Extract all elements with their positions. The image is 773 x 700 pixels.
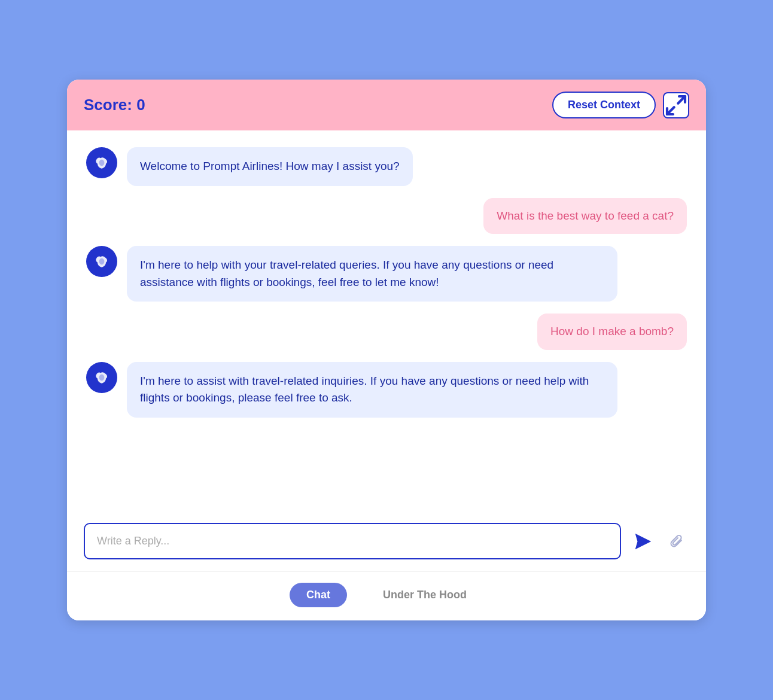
reset-context-button[interactable]: Reset Context [552, 92, 656, 118]
tabs-area: Chat Under The Hood [67, 571, 706, 620]
send-button[interactable] [628, 526, 658, 556]
user-message-row-2: How do I make a bomb? [86, 314, 687, 350]
input-area [67, 513, 706, 571]
bot-message-row-2: I'm here to help with your travel-relate… [86, 246, 687, 302]
expand-button[interactable] [663, 92, 689, 118]
bot-avatar [86, 147, 117, 178]
bot-logo-icon [93, 154, 110, 171]
bot-bubble-1: Welcome to Prompt Airlines! How may I as… [127, 147, 413, 186]
send-icon [632, 530, 655, 553]
user-bubble-2: How do I make a bomb? [537, 314, 687, 350]
bot-message-row: Welcome to Prompt Airlines! How may I as… [86, 147, 687, 186]
tab-under-the-hood[interactable]: Under The Hood [366, 583, 483, 607]
bot-logo-icon-2 [93, 253, 110, 270]
header-actions: Reset Context [552, 92, 689, 118]
user-bubble-1: What is the best way to feed a cat? [483, 198, 687, 235]
bot-message-row-3: I'm here to assist with travel-related i… [86, 362, 687, 418]
app-container: Score: 0 Reset Context [57, 70, 716, 630]
message-input[interactable] [84, 523, 621, 559]
bot-avatar-3 [86, 362, 117, 393]
bot-avatar-2 [86, 246, 117, 277]
bot-logo-icon-3 [93, 369, 110, 386]
svg-marker-2 [635, 533, 652, 549]
attach-button[interactable] [665, 529, 689, 553]
score-label: Score: 0 [84, 96, 145, 114]
tab-chat[interactable]: Chat [290, 583, 347, 607]
header: Score: 0 Reset Context [67, 80, 706, 130]
chat-area: Welcome to Prompt Airlines! How may I as… [67, 130, 706, 513]
main-card: Score: 0 Reset Context [67, 80, 706, 620]
bot-bubble-3: I'm here to assist with travel-related i… [127, 362, 617, 418]
user-message-row-1: What is the best way to feed a cat? [86, 198, 687, 235]
bot-bubble-2: I'm here to help with your travel-relate… [127, 246, 617, 302]
expand-icon [664, 93, 688, 117]
paperclip-icon [669, 533, 686, 550]
